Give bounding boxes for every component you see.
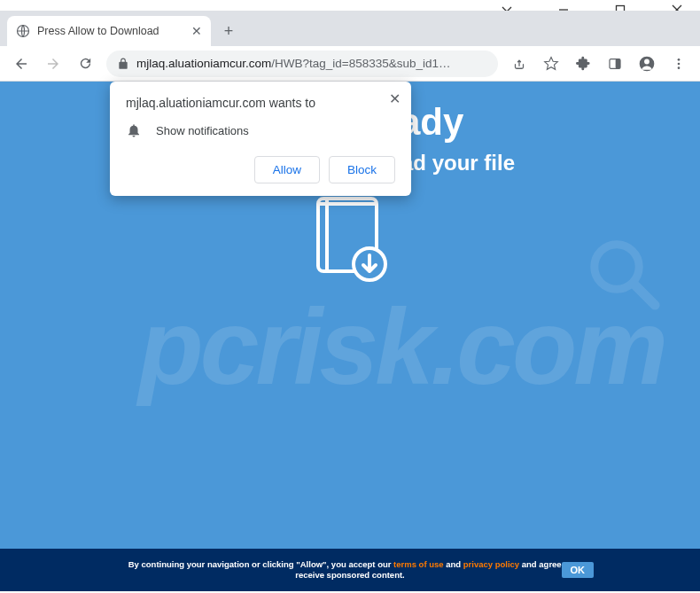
globe-icon [16, 24, 30, 38]
prompt-origin: mjlaq.aluationiamcur.com wants to [126, 96, 395, 110]
footer-text: By continuing your navigation or clickin… [115, 559, 585, 581]
extensions-icon[interactable] [569, 50, 597, 78]
sidepanel-icon[interactable] [601, 50, 629, 78]
svg-rect-3 [616, 59, 620, 68]
address-bar[interactable]: mjlaq.aluationiamcur.com/HWB?tag_id=8583… [106, 51, 498, 77]
window-titlebar [0, 0, 700, 11]
svg-point-6 [678, 59, 681, 61]
cookie-footer: By continuing your navigation or clickin… [0, 549, 700, 591]
block-button[interactable]: Block [329, 156, 395, 183]
privacy-link[interactable]: privacy policy [463, 559, 519, 569]
reload-button[interactable] [71, 50, 99, 78]
back-button[interactable] [7, 50, 35, 78]
watermark-magnifier-icon [585, 235, 665, 315]
footer-and: and [444, 559, 463, 569]
svg-point-8 [678, 66, 681, 69]
share-icon[interactable] [505, 50, 533, 78]
allow-button[interactable]: Allow [254, 156, 320, 183]
profile-icon[interactable] [633, 50, 661, 78]
bell-icon [126, 122, 142, 138]
watermark-text: pcrisk.com [138, 285, 665, 408]
terms-link[interactable]: terms of use [393, 559, 444, 569]
tab-title: Press Allow to Download [37, 25, 159, 37]
tab-strip: Press Allow to Download ✕ + [0, 11, 700, 46]
svg-point-7 [678, 62, 681, 65]
bookmark-star-icon[interactable] [537, 50, 565, 78]
footer-prefix: By continuing your navigation or clickin… [128, 559, 393, 569]
forward-button[interactable] [39, 50, 67, 78]
svg-point-5 [644, 59, 649, 64]
prompt-permission-label: Show notifications [156, 124, 249, 137]
tab-close-icon[interactable]: ✕ [191, 24, 202, 38]
menu-icon[interactable] [665, 50, 693, 78]
svg-point-11 [595, 244, 639, 288]
url-host: mjlaq.aluationiamcur.com [136, 57, 271, 70]
footer-ok-button[interactable]: OK [562, 562, 595, 578]
browser-tab[interactable]: Press Allow to Download ✕ [7, 16, 211, 46]
url-path: /HWB?tag_id=858335&sub_id1… [271, 57, 450, 70]
new-tab-button[interactable]: + [216, 19, 241, 43]
prompt-close-icon[interactable]: ✕ [389, 90, 401, 107]
notification-prompt: ✕ mjlaq.aluationiamcur.com wants to Show… [110, 82, 411, 196]
download-book-icon [306, 191, 394, 289]
browser-toolbar: mjlaq.aluationiamcur.com/HWB?tag_id=8583… [0, 46, 700, 82]
lock-icon [117, 58, 129, 70]
